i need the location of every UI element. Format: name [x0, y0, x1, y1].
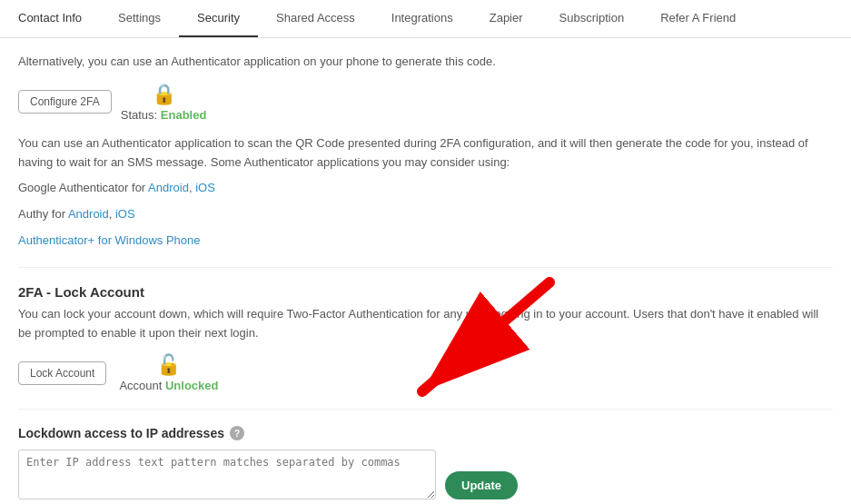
- red-arrow-svg: [368, 273, 568, 419]
- lockdown-section: Lockdown access to IP addresses ? Update: [18, 426, 833, 499]
- lock-account-button[interactable]: Lock Account: [18, 361, 106, 385]
- google-ios-link[interactable]: iOS: [195, 181, 215, 194]
- lock-closed-icon: [152, 83, 176, 106]
- status-enabled-value: Enabled: [161, 108, 207, 122]
- intro-text: Alternatively, you can use an Authentica…: [18, 53, 833, 72]
- tab-shared-access[interactable]: Shared Access: [258, 0, 373, 37]
- authy-prefix: Authy for: [18, 207, 68, 221]
- tab-integrations[interactable]: Integrations: [373, 0, 471, 37]
- lock-account-area: Lock Account Account Unlocked: [18, 353, 833, 392]
- authenticator-plus-link[interactable]: Authenticator+ for Windows Phone: [18, 233, 201, 247]
- lock-open-icon: [156, 353, 181, 377]
- main-content: Alternatively, you can use an Authentica…: [0, 38, 851, 504]
- lockdown-title-text: Lockdown access to IP addresses: [18, 426, 224, 440]
- account-status-text: Account Unlocked: [119, 379, 218, 392]
- google-auth-prefix: Google Authenticator for: [18, 181, 148, 194]
- authy-ios-link[interactable]: iOS: [115, 207, 135, 221]
- google-authenticator-line: Google Authenticator for Android, iOS: [18, 179, 833, 198]
- google-android-link[interactable]: Android: [148, 181, 189, 194]
- configure-status-area: Configure 2FA Status: Enabled: [18, 83, 833, 122]
- ip-input-row: Update: [18, 450, 833, 499]
- authenticator-plus-line: Authenticator+ for Windows Phone: [18, 232, 833, 251]
- ip-address-input[interactable]: [18, 450, 436, 499]
- account-status-prefix: Account: [119, 379, 165, 392]
- update-button[interactable]: Update: [445, 471, 518, 499]
- status-prefix: Status:: [121, 108, 161, 122]
- tab-zapier[interactable]: Zapier: [471, 0, 541, 37]
- lockdown-title-area: Lockdown access to IP addresses ?: [18, 426, 833, 440]
- tab-refer-a-friend[interactable]: Refer A Friend: [642, 0, 754, 37]
- svg-line-1: [422, 282, 549, 391]
- account-status-value: Unlocked: [165, 379, 219, 392]
- tab-subscription[interactable]: Subscription: [541, 0, 643, 37]
- authenticator-info: You can use an Authenticator application…: [18, 134, 833, 173]
- comma2: ,: [109, 207, 115, 221]
- divider-1: [18, 267, 833, 268]
- status-text: Status: Enabled: [121, 108, 207, 122]
- authy-android-link[interactable]: Android: [68, 207, 109, 221]
- lock-account-section: 2FA - Lock Account You can lock your acc…: [18, 284, 833, 393]
- authy-line: Authy for Android, iOS: [18, 205, 833, 224]
- tab-settings[interactable]: Settings: [100, 0, 179, 37]
- configure-2fa-button[interactable]: Configure 2FA: [18, 90, 112, 114]
- tab-security[interactable]: Security: [179, 0, 258, 37]
- tab-contact-info[interactable]: Contact Info: [0, 0, 100, 37]
- tabs-nav: Contact Info Settings Security Shared Ac…: [0, 0, 851, 38]
- help-icon[interactable]: ?: [230, 426, 244, 440]
